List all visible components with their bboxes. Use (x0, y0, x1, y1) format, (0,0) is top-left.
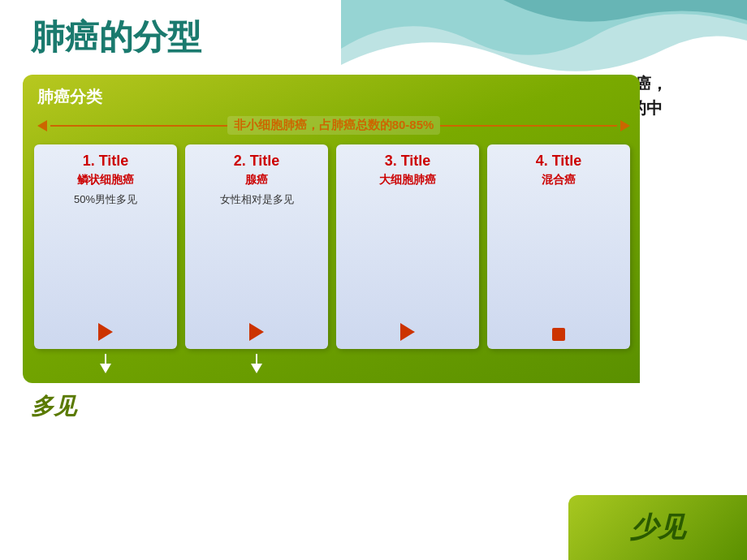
shaojian-label: 少见 (630, 509, 685, 546)
card-4-icon (552, 328, 565, 341)
vertical-arrows (34, 354, 630, 373)
card-2: 2. Title 腺癌 女性相对是多见 (185, 144, 328, 349)
card-1-icon (98, 323, 113, 341)
arrow-h-line-right (440, 125, 617, 127)
v-arrow-2 (185, 354, 328, 373)
v-arrow-line-2 (256, 354, 257, 364)
square-icon-4 (552, 328, 565, 341)
v-arrow-head-2 (251, 364, 262, 373)
card-1-title: 1. Title (83, 153, 129, 170)
arrow-h-line (50, 125, 227, 127)
play-icon-2 (249, 323, 264, 341)
card-4: 4. Title 混合癌 (487, 144, 630, 349)
v-arrow-4 (487, 354, 630, 373)
play-icon-3 (400, 323, 415, 341)
page-container: 肺癌的分型 小细胞肺癌属于未分化癌， 约20~25%，自诊断起的中 位生存期不足… (0, 0, 747, 560)
arrow-text: 非小细胞肺癌，占肺癌总数的80-85% (227, 116, 441, 135)
v-arrow-1 (34, 354, 177, 373)
card-3-subtitle: 大细胞肺癌 (379, 173, 436, 187)
card-3-title: 3. Title (385, 153, 431, 170)
card-4-subtitle: 混合癌 (542, 173, 576, 187)
card-2-desc: 女性相对是多见 (220, 192, 294, 317)
card-2-icon (249, 323, 264, 341)
duojian-label: 多见 (31, 391, 76, 422)
card-3-icon (400, 323, 415, 341)
arrow-left-icon (37, 120, 47, 131)
card-2-title: 2. Title (234, 153, 280, 170)
play-icon-1 (98, 323, 113, 341)
v-arrow-head-1 (100, 364, 111, 373)
cards-row: 1. Title 鳞状细胞癌 50%男性多见 2. Title 腺癌 女性相对是… (34, 144, 630, 349)
v-arrow-line-1 (105, 354, 106, 364)
card-1-desc: 50%男性多见 (74, 192, 137, 317)
card-2-subtitle: 腺癌 (245, 173, 268, 187)
card-4-title: 4. Title (536, 153, 582, 170)
classification-box: 肺癌分类 非小细胞肺癌，占肺癌总数的80-85% 1. Title 鳞状细胞癌 … (23, 75, 640, 383)
shaojian-box: 少见 (568, 495, 747, 560)
card-3: 3. Title 大细胞肺癌 (336, 144, 479, 349)
arrow-row: 非小细胞肺癌，占肺癌总数的80-85% (37, 116, 630, 135)
v-arrow-3 (336, 354, 479, 373)
card-1: 1. Title 鳞状细胞癌 50%男性多见 (34, 144, 177, 349)
arrow-right-icon (620, 120, 630, 131)
page-title: 肺癌的分型 (31, 15, 724, 60)
classification-label: 肺癌分类 (37, 86, 630, 108)
card-1-subtitle: 鳞状细胞癌 (77, 173, 134, 187)
